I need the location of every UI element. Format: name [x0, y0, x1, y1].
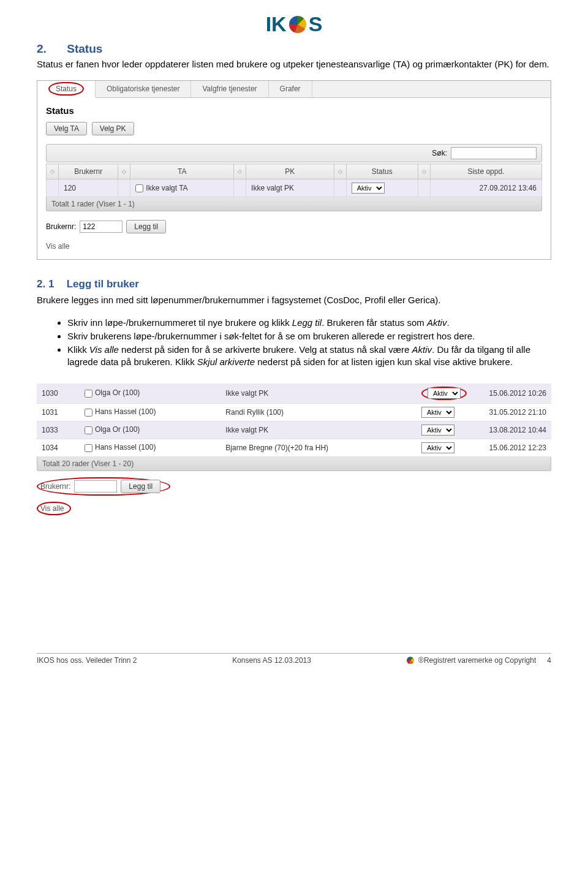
brukernr-input-2[interactable] — [74, 480, 117, 493]
ikos-logo: IK S — [37, 12, 551, 36]
col-siste[interactable]: Siste oppd. — [430, 164, 541, 179]
cell-pk: Ikke valgt PK — [221, 383, 417, 404]
col-pk[interactable]: PK — [246, 164, 334, 179]
pie-chart-icon — [289, 16, 306, 33]
cell-pk: Bjarne Bregne (70)(+20 fra HH) — [221, 439, 417, 456]
sort-icon[interactable]: ◇ — [47, 164, 59, 179]
status-select[interactable]: Aktiv — [421, 442, 454, 453]
cell-siste: 27.09.2012 13:46 — [430, 179, 541, 197]
bullet-list: Skriv inn løpe-/brukernummeret til nye b… — [37, 317, 551, 369]
sort-icon[interactable]: ◇ — [418, 164, 430, 179]
page-footer: IKOS hos oss. Veileder Trinn 2 Konsens A… — [37, 653, 551, 665]
velg-ta-button[interactable]: Velg TA — [46, 122, 87, 135]
sort-icon[interactable]: ◇ — [118, 164, 130, 179]
pie-chart-icon — [407, 657, 414, 664]
sort-icon[interactable]: ◇ — [334, 164, 346, 179]
ta-checkbox[interactable] — [85, 426, 92, 434]
tab-bar: Status Obligatoriske tjenester Valgfrie … — [37, 81, 551, 98]
cell-brukernr[interactable]: 120 — [59, 179, 118, 197]
status-select[interactable]: Aktiv — [352, 183, 385, 194]
header-row: ◇ Brukernr ◇ TA ◇ PK ◇ Status ◇ Siste op… — [47, 164, 542, 179]
table-statusbar-2: Totalt 20 rader (Viser 1 - 20) — [37, 457, 551, 471]
vis-alle-link-2[interactable]: Vis alle — [40, 504, 64, 513]
cell-siste: 13.08.2012 10:44 — [472, 421, 551, 439]
cell-brukernr[interactable]: 1033 — [37, 421, 80, 439]
cell-pk: Ikke valgt PK — [246, 179, 334, 197]
cell-brukernr[interactable]: 1030 — [37, 383, 80, 404]
cell-brukernr[interactable]: 1034 — [37, 439, 80, 456]
brukernr-label: Brukernr: — [46, 222, 76, 231]
cell-brukernr[interactable]: 1031 — [37, 403, 80, 421]
page-number: 4 — [547, 656, 551, 665]
search-row: Søk: — [46, 144, 542, 162]
cell-status: Aktiv — [417, 421, 472, 439]
cell-status: Aktiv — [346, 179, 418, 197]
brukernr-label-2: Brukernr: — [40, 482, 70, 491]
tab-valgfrie[interactable]: Valgfrie tjenester — [191, 81, 268, 97]
cell-pk: Randi Ryllik (100) — [221, 403, 417, 421]
section-heading: 2. Status — [37, 42, 551, 56]
circled-tab-label: Status — [48, 82, 84, 96]
cell-status: Aktiv — [417, 403, 472, 421]
users-table-2: 1030 Olga Or (100) Ikke valgt PK Aktiv 1… — [37, 383, 551, 471]
velg-pk-button[interactable]: Velg PK — [92, 122, 134, 135]
status-select[interactable]: Aktiv — [421, 407, 454, 418]
cell-ta[interactable]: Hans Hassel (100) — [80, 403, 221, 421]
cell-siste: 31.05.2012 21:10 — [472, 403, 551, 421]
status-select[interactable]: Aktiv — [428, 388, 461, 399]
legg-til-button-2[interactable]: Legg til — [121, 480, 160, 493]
tab-grafer[interactable]: Grafer — [269, 81, 312, 97]
search-label: Søk: — [432, 149, 447, 157]
search-input[interactable] — [451, 147, 537, 159]
table-row: 1033 Olga Or (100) Ikke valgt PK Aktiv 1… — [37, 421, 551, 439]
list-item: Skriv inn løpe-/brukernummeret til nye b… — [67, 317, 551, 329]
ta-checkbox[interactable] — [85, 390, 92, 398]
vis-alle-row-2: Vis alle — [37, 502, 551, 515]
vis-alle-link[interactable]: Vis alle — [46, 242, 542, 251]
cell-ta[interactable]: Olga Or (100) — [80, 421, 221, 439]
tab-status[interactable]: Status — [37, 81, 96, 98]
circled-status: Aktiv — [421, 387, 467, 400]
section-title: Status — [67, 42, 102, 55]
status-select[interactable]: Aktiv — [421, 425, 454, 436]
table-row: 1034 Hans Hassel (100) Bjarne Bregne (70… — [37, 439, 551, 456]
footer-right: ®Registrert varemerke og Copyright — [418, 656, 536, 665]
add-user-row-2: Brukernr: Legg til — [37, 477, 551, 496]
cell-pk: Ikke valgt PK — [221, 421, 417, 439]
ta-checkbox[interactable] — [85, 444, 92, 452]
subsection-heading: 2. 1 Legg til bruker — [37, 278, 551, 290]
tab-obligatoriske[interactable]: Obligatoriske tjenester — [96, 81, 191, 97]
footer-center: Konsens AS 12.03.2013 — [232, 656, 311, 665]
section-number: 2. — [37, 42, 64, 56]
list-item: Klikk Vis alle nederst på siden for å se… — [67, 344, 551, 369]
ta-checkbox[interactable] — [135, 184, 143, 192]
list-item: Skriv brukerens løpe-/brukernummer i søk… — [67, 330, 551, 342]
table-statusbar: Totalt 1 rader (Viser 1 - 1) — [46, 197, 542, 211]
subsection-number: 2. 1 — [37, 278, 64, 290]
subsection-title: Legg til bruker — [67, 278, 139, 290]
logo-post: S — [309, 12, 323, 36]
cell-siste: 15.06.2012 10:26 — [472, 383, 551, 404]
col-brukernr[interactable]: Brukernr — [59, 164, 118, 179]
table-row: 120 Ikke valgt TA Ikke valgt PK Aktiv 27… — [47, 179, 542, 197]
footer-left: IKOS hos oss. Veileder Trinn 2 — [37, 656, 137, 665]
cell-status: Aktiv — [417, 439, 472, 456]
status-screenshot-panel: Status Obligatoriske tjenester Valgfrie … — [37, 80, 551, 260]
subsection-intro: Brukere legges inn med sitt løpenummer/b… — [37, 294, 551, 306]
brukernr-input[interactable] — [80, 221, 123, 233]
table-row: 1031 Hans Hassel (100) Randi Ryllik (100… — [37, 403, 551, 421]
cell-ta[interactable]: Hans Hassel (100) — [80, 439, 221, 456]
cell-ta[interactable]: Ikke valgt TA — [130, 179, 234, 197]
section-intro: Status er fanen hvor leder oppdaterer li… — [37, 58, 551, 70]
col-ta[interactable]: TA — [130, 164, 234, 179]
col-status[interactable]: Status — [346, 164, 418, 179]
ta-checkbox[interactable] — [85, 409, 92, 417]
users-table: ◇ Brukernr ◇ TA ◇ PK ◇ Status ◇ Siste op… — [46, 164, 542, 197]
cell-ta[interactable]: Olga Or (100) — [80, 383, 221, 404]
logo-pre: IK — [266, 12, 287, 36]
add-user-row: Brukernr: Legg til — [46, 220, 542, 233]
table-row: 1030 Olga Or (100) Ikke valgt PK Aktiv 1… — [37, 383, 551, 404]
cell-status: Aktiv — [417, 383, 472, 404]
legg-til-button[interactable]: Legg til — [126, 220, 166, 233]
sort-icon[interactable]: ◇ — [234, 164, 246, 179]
